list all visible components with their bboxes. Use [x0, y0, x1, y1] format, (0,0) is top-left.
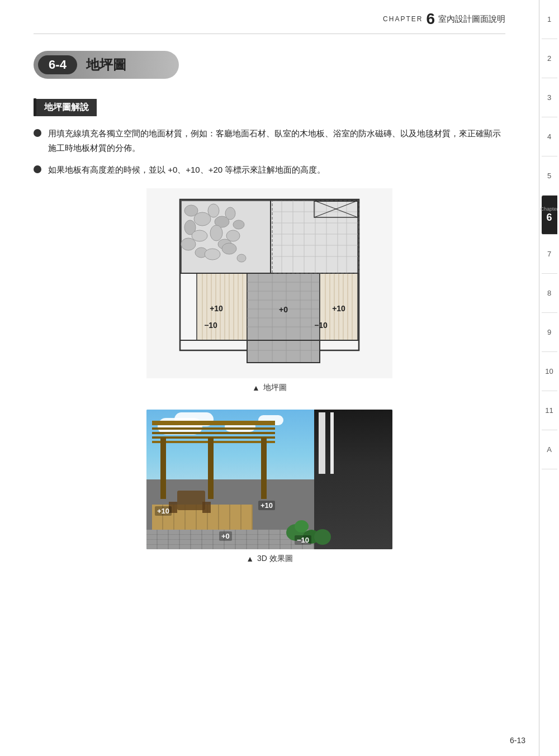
outdoor-table — [177, 491, 205, 510]
sidebar-tab-6[interactable]: Chapter 6 — [542, 196, 557, 235]
bush-3 — [295, 520, 309, 532]
caption-triangle-2: ▲ — [246, 554, 254, 563]
list-item: 用填充線填充各獨立空間的地面材質，例如：客廳地面石材、臥室的木地板、浴室的防水磁… — [34, 126, 505, 155]
svg-point-7 — [181, 238, 196, 250]
svg-text:+10: +10 — [332, 304, 345, 313]
building-strip-2 — [330, 412, 334, 474]
bullet-text-2: 如果地板有高度差的時候，並以 +0、+10、+20 等標示來註解地面的高度。 — [48, 163, 325, 177]
sidebar-chapter-label: Chapter — [540, 206, 558, 212]
sidebar-tab-5[interactable]: 5 — [542, 156, 557, 196]
label-minus10: −10 — [295, 535, 311, 545]
page-header: CHAPTER 6 室內設計圖面說明 — [34, 0, 505, 34]
label-plus10-right: +10 — [258, 501, 275, 510]
pergola-post-1 — [160, 438, 166, 499]
svg-point-9 — [208, 204, 219, 217]
svg-point-18 — [237, 254, 246, 262]
svg-point-11 — [210, 225, 222, 241]
svg-point-16 — [226, 230, 240, 241]
bullet-dot — [34, 165, 41, 173]
pergola-beam-1 — [152, 427, 275, 430]
sidebar-chapter-num: 6 — [546, 212, 552, 224]
3d-image-caption: ▲ 3D 效果圖 — [246, 554, 293, 564]
sidebar: 1 2 3 4 5 Chapter 6 7 8 9 10 11 A — [539, 0, 559, 756]
floor-plan-image: +10 — [146, 188, 392, 378]
header-chapter-title: 室內設計圖面說明 — [438, 14, 505, 25]
sidebar-tab-9[interactable]: 9 — [542, 313, 557, 352]
svg-rect-43 — [247, 340, 320, 363]
floor-plan-caption-text: 地坪圖 — [263, 383, 287, 393]
svg-point-14 — [225, 207, 235, 220]
3d-image: +10 +10 +0 −10 — [146, 410, 392, 549]
pergola-beam-4 — [152, 441, 275, 443]
pergola-beam-2 — [152, 432, 275, 434]
header-text: CHAPTER 6 室內設計圖面說明 — [383, 10, 505, 28]
bullet-list: 用填充線填充各獨立空間的地面材質，例如：客廳地面石材、臥室的木地板、浴室的防水磁… — [34, 126, 505, 177]
svg-text:+10: +10 — [210, 304, 223, 313]
svg-point-17 — [222, 243, 236, 254]
sidebar-tab-1[interactable]: 1 — [542, 0, 557, 39]
section-title: 地坪圖 — [86, 56, 126, 74]
floor-plan-container: +10 — [34, 188, 505, 404]
subsection-header: 地坪圖解說 — [34, 98, 505, 116]
sidebar-tab-2[interactable]: 2 — [542, 39, 557, 78]
sidebar-tab-11[interactable]: 11 — [542, 391, 557, 430]
list-item: 如果地板有高度差的時候，並以 +0、+10、+20 等標示來註解地面的高度。 — [34, 163, 505, 177]
sidebar-tab-7[interactable]: 7 — [542, 235, 557, 274]
sidebar-tab-4[interactable]: 4 — [542, 117, 557, 156]
sidebar-tab-10[interactable]: 10 — [542, 352, 557, 391]
sidebar-tab-3[interactable]: 3 — [542, 78, 557, 117]
caption-triangle-1: ▲ — [252, 383, 260, 392]
svg-text:+0: +0 — [279, 305, 288, 314]
label-plus0: +0 — [219, 531, 232, 541]
sidebar-tab-A[interactable]: A — [542, 430, 557, 469]
building-dark — [314, 410, 392, 549]
svg-point-15 — [233, 220, 244, 229]
section-title-box: 6-4 地坪圖 — [34, 51, 179, 79]
3d-image-container: +10 +10 +0 −10 ▲ 3D 效果圖 — [34, 410, 505, 575]
building-strip-1 — [319, 412, 325, 474]
header-chapter-number: 6 — [426, 10, 435, 28]
main-content: CHAPTER 6 室內設計圖面說明 6-4 地坪圖 地坪圖解說 用填充線填充各… — [0, 0, 539, 597]
subsection-title: 地坪圖解說 — [36, 99, 97, 116]
pergola-top-beam — [152, 421, 275, 425]
svg-text:−10: −10 — [314, 321, 328, 330]
pergola-post-2 — [208, 438, 214, 499]
svg-text:−10: −10 — [204, 321, 217, 330]
outdoor-chair-2 — [202, 502, 211, 513]
floor-plan-caption: ▲ 地坪圖 — [252, 383, 287, 393]
3d-caption-text: 3D 效果圖 — [257, 554, 293, 564]
pergola-post-3 — [261, 438, 267, 499]
svg-point-13 — [205, 249, 220, 260]
sidebar-tab-8[interactable]: 8 — [542, 274, 557, 313]
bullet-text-1: 用填充線填充各獨立空間的地面材質，例如：客廳地面石材、臥室的木地板、浴室的防水磁… — [48, 126, 505, 155]
label-plus10-left: +10 — [155, 506, 172, 516]
header-chapter-label: CHAPTER — [383, 15, 423, 23]
3d-scene: +10 +10 +0 −10 — [146, 410, 392, 549]
svg-point-4 — [194, 212, 211, 226]
svg-point-6 — [192, 230, 207, 241]
page-number: 6-13 — [510, 736, 525, 745]
pergola — [152, 421, 275, 499]
section-number: 6-4 — [38, 55, 77, 74]
bullet-dot — [34, 129, 41, 137]
bush-4 — [314, 529, 331, 545]
floor-plan-svg: +10 — [146, 188, 392, 378]
pergola-beam-3 — [152, 436, 275, 439]
